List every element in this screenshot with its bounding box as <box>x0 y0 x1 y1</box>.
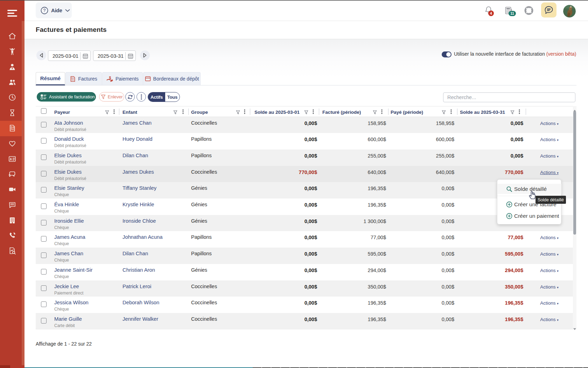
svg-text:?: ? <box>43 8 46 13</box>
svg-text:$: $ <box>71 77 73 79</box>
svg-text:$: $ <box>10 126 12 129</box>
